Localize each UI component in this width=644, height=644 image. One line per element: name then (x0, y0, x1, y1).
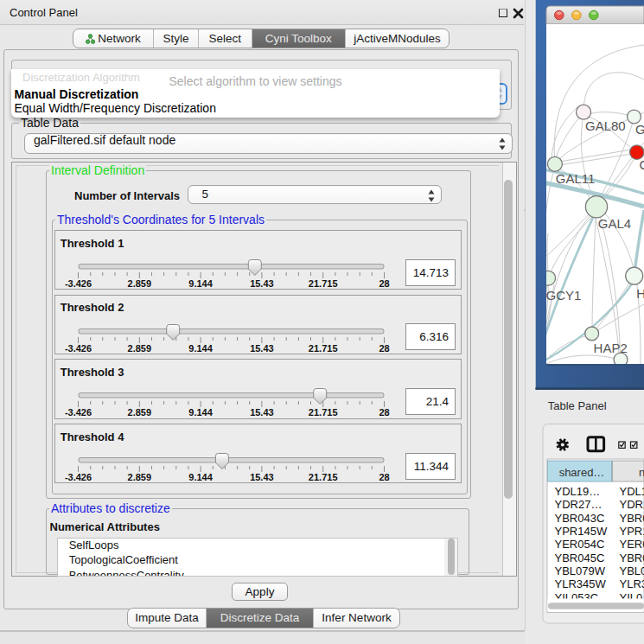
svg-text:YBR045C: YBR045C (555, 552, 605, 564)
svg-text:-3.426: -3.426 (65, 407, 92, 418)
svg-text:Table Panel: Table Panel (548, 399, 607, 412)
svg-text:21.715: 21.715 (309, 407, 338, 418)
svg-text:15.43: 15.43 (250, 472, 274, 482)
svg-text:YPR1: YPR1 (620, 525, 644, 538)
svg-text:21.715: 21.715 (309, 278, 338, 289)
svg-text:YBR0: YBR0 (620, 552, 644, 564)
svg-text:GAL4: GAL4 (598, 216, 631, 231)
svg-text:n: n (639, 466, 644, 479)
svg-text:GAL80: GAL80 (585, 118, 626, 133)
svg-text:15.43: 15.43 (250, 278, 274, 289)
svg-text:YPR145W: YPR145W (555, 525, 608, 538)
svg-text:GAL80: GAL80 (635, 122, 644, 137)
svg-text:21.715: 21.715 (309, 342, 338, 353)
svg-text:shared…: shared… (559, 466, 605, 479)
svg-text:YDL19…: YDL19… (555, 485, 601, 498)
svg-text:2.859: 2.859 (127, 342, 151, 353)
svg-text:2.859: 2.859 (127, 278, 151, 289)
svg-text:GAL11: GAL11 (556, 171, 596, 186)
svg-text:YER0: YER0 (620, 538, 644, 551)
svg-text:YER054C: YER054C (555, 538, 605, 551)
svg-text:-3.426: -3.426 (65, 342, 92, 353)
svg-text:HAP2: HAP2 (594, 341, 628, 355)
svg-text:YBL0: YBL0 (620, 564, 644, 577)
svg-text:YDR2: YDR2 (620, 498, 644, 511)
svg-text:28: 28 (379, 278, 389, 289)
svg-text:YBL079W: YBL079W (555, 564, 606, 577)
svg-text:2.859: 2.859 (127, 472, 151, 482)
svg-text:-3.426: -3.426 (65, 472, 92, 482)
svg-text:15.43: 15.43 (250, 407, 274, 418)
svg-text:28: 28 (379, 342, 389, 353)
svg-text:YLR345W: YLR345W (555, 577, 607, 590)
svg-text:YBR043C: YBR043C (555, 512, 605, 525)
svg-text:-3.426: -3.426 (65, 278, 92, 289)
svg-text:YDR27…: YDR27… (555, 498, 603, 511)
svg-text:YLR3: YLR3 (620, 577, 644, 590)
svg-text:21.715: 21.715 (309, 472, 338, 482)
svg-text:HIS4: HIS4 (636, 286, 644, 301)
svg-text:28: 28 (379, 407, 389, 418)
svg-text:GCY1: GCY1 (546, 288, 582, 303)
svg-text:2.859: 2.859 (127, 407, 151, 418)
svg-text:9.144: 9.144 (188, 472, 213, 482)
svg-text:15.43: 15.43 (250, 342, 274, 353)
svg-text:YDL1: YDL1 (620, 485, 644, 498)
svg-text:YBR0: YBR0 (620, 512, 644, 525)
svg-text:9.144: 9.144 (188, 278, 213, 289)
svg-text:C: C (640, 157, 644, 172)
svg-text:9.144: 9.144 (188, 342, 213, 353)
svg-text:9.144: 9.144 (188, 407, 213, 418)
svg-text:28: 28 (379, 472, 389, 482)
